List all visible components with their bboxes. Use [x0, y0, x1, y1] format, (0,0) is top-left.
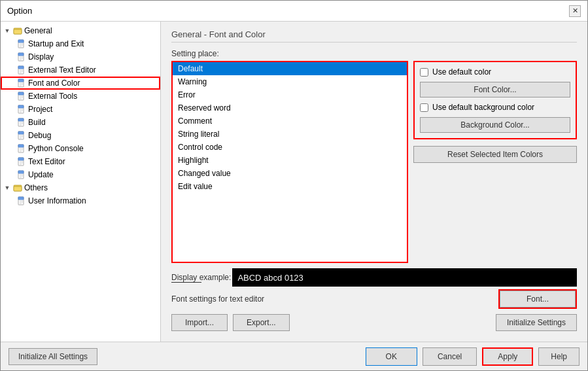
list-item-changed-value[interactable]: Changed value — [173, 167, 407, 180]
page-icon — [16, 143, 27, 154]
svg-rect-13 — [18, 66, 24, 69]
tree-item-others[interactable]: ▼ Others — [1, 181, 160, 194]
tree-item-display[interactable]: Display — [1, 50, 160, 63]
bottom-row: Import... Export... Initialize Settings — [171, 314, 577, 331]
background-color-button[interactable]: Background Color... — [420, 117, 570, 133]
folder-icon — [12, 183, 23, 193]
list-item-control-code[interactable]: Control code — [173, 141, 407, 154]
tree-item-debug[interactable]: Debug — [1, 129, 160, 142]
list-item-default[interactable]: Default — [173, 62, 407, 75]
svg-rect-18 — [18, 79, 24, 82]
reset-selected-item-colors-button[interactable]: Reset Selected Item Colors — [413, 146, 577, 163]
ok-button[interactable]: OK — [366, 347, 417, 366]
tree-label: Build — [28, 118, 46, 127]
cancel-button[interactable]: Cancel — [423, 347, 477, 366]
tree-label: General — [24, 26, 52, 35]
use-default-bg-row: Use default background color — [420, 103, 570, 112]
svg-rect-1 — [14, 29, 22, 34]
page-icon — [16, 39, 27, 49]
use-default-bg-checkbox[interactable] — [420, 103, 428, 112]
tree-label: Display — [28, 52, 54, 62]
svg-rect-43 — [18, 145, 24, 147]
setting-place-label: Setting place: — [171, 49, 577, 58]
svg-rect-3 — [18, 40, 24, 43]
dialog-footer: Initialize All Settings OK Cancel Apply … — [1, 342, 587, 370]
use-default-color-label: Use default color — [432, 67, 491, 77]
page-icon — [16, 117, 27, 128]
tree-item-python-console[interactable]: Python Console — [1, 142, 160, 155]
tree-label: Update — [28, 170, 54, 179]
initialize-settings-button[interactable]: Initialize Settings — [496, 314, 577, 331]
tree-label: Project — [28, 105, 52, 114]
list-item-edit-value[interactable]: Edit value — [173, 180, 407, 193]
font-btn-wrapper: Font... — [498, 289, 577, 309]
page-icon — [16, 52, 27, 62]
export-button[interactable]: Export... — [233, 314, 290, 331]
svg-rect-23 — [18, 92, 24, 95]
list-container: DefaultWarningErrorReserved wordCommentS… — [171, 61, 408, 263]
dialog-body: ▼ General Startup and Exit — [1, 22, 587, 342]
tree-label: External Text Editor — [28, 65, 96, 75]
page-icon — [16, 156, 27, 167]
svg-rect-8 — [18, 53, 24, 56]
expand-icon: ▼ — [3, 184, 11, 192]
display-example-text: ABCD abcd 0123 — [232, 268, 577, 287]
use-default-color-checkbox[interactable] — [420, 68, 428, 77]
title-bar: Option ✕ — [1, 1, 587, 22]
page-icon — [16, 130, 27, 141]
tree-item-startup-exit[interactable]: Startup and Exit — [1, 37, 160, 50]
font-color-button[interactable]: Font Color... — [420, 82, 570, 97]
dialog-title: Option — [7, 6, 32, 16]
option-dialog: Option ✕ ▼ General Startup and Exit — [0, 0, 588, 371]
tree-item-user-information[interactable]: User Information — [1, 194, 160, 207]
svg-rect-58 — [14, 186, 22, 191]
tree-label: Startup and Exit — [28, 39, 84, 48]
tree-item-update[interactable]: Update — [1, 168, 160, 181]
font-button[interactable]: Font... — [500, 291, 576, 308]
import-button[interactable]: Import... — [171, 314, 228, 331]
tree-item-project[interactable]: Project — [1, 103, 160, 116]
tree-item-build[interactable]: Build — [1, 116, 160, 129]
page-icon — [16, 91, 27, 101]
svg-rect-53 — [18, 171, 24, 173]
page-icon — [16, 196, 27, 206]
tree-label: User Information — [28, 196, 86, 205]
tree-label: Python Console — [28, 144, 84, 153]
svg-rect-48 — [18, 158, 24, 160]
tree-item-external-text-editor[interactable]: External Text Editor — [1, 63, 160, 77]
list-item-string-literal[interactable]: String literal — [173, 128, 407, 141]
tree-item-external-tools[interactable]: External Tools — [1, 90, 160, 103]
list-item-reserved-word[interactable]: Reserved word — [173, 101, 407, 115]
tree-label: Text Editor — [28, 157, 65, 166]
initialize-all-settings-button[interactable]: Initialize All Settings — [9, 348, 97, 365]
page-icon — [16, 78, 27, 88]
list-item-warning[interactable]: Warning — [173, 75, 407, 88]
main-panel: General - Font and Color Setting place: … — [161, 22, 587, 342]
list-item-error[interactable]: Error — [173, 88, 407, 101]
apply-button[interactable]: Apply — [482, 347, 533, 366]
font-settings-label: Font settings for text editor — [171, 294, 264, 304]
page-icon — [16, 169, 27, 180]
tree-item-general[interactable]: ▼ General — [1, 24, 160, 37]
list-item-highlight[interactable]: Highlight — [173, 154, 407, 167]
page-icon — [16, 65, 27, 75]
tree-label: Debug — [28, 131, 51, 140]
tree-item-text-editor[interactable]: Text Editor — [1, 155, 160, 168]
list-item-comment[interactable]: Comment — [173, 115, 407, 128]
folder-icon — [12, 26, 23, 36]
color-box: Use default color Font Color... Use defa… — [413, 61, 577, 139]
svg-rect-60 — [18, 197, 24, 200]
tree-label: Others — [24, 183, 48, 192]
font-settings-row: Font settings for text editor Font... — [171, 289, 577, 309]
close-button[interactable]: ✕ — [569, 5, 581, 17]
page-icon — [16, 104, 27, 115]
tree-panel: ▼ General Startup and Exit — [1, 22, 161, 342]
list-area: DefaultWarningErrorReserved wordCommentS… — [171, 61, 408, 263]
color-options-panel: Use default color Font Color... Use defa… — [413, 61, 577, 263]
svg-rect-28 — [18, 105, 24, 108]
svg-rect-38 — [18, 132, 24, 134]
tree-item-font-and-color[interactable]: Font and Color — [1, 77, 160, 90]
tree-label: External Tools — [28, 92, 77, 101]
list-box[interactable]: DefaultWarningErrorReserved wordCommentS… — [173, 62, 407, 262]
help-button[interactable]: Help — [538, 347, 579, 366]
